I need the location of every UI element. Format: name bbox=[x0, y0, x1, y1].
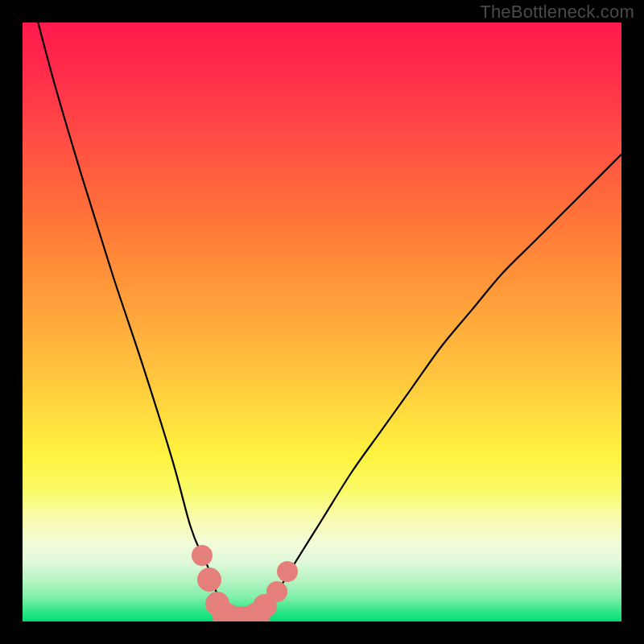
plot-area bbox=[23, 23, 621, 621]
chart-frame: TheBottleneck.com bbox=[0, 0, 644, 644]
watermark-text: TheBottleneck.com bbox=[480, 2, 634, 23]
gradient-background bbox=[23, 23, 621, 621]
